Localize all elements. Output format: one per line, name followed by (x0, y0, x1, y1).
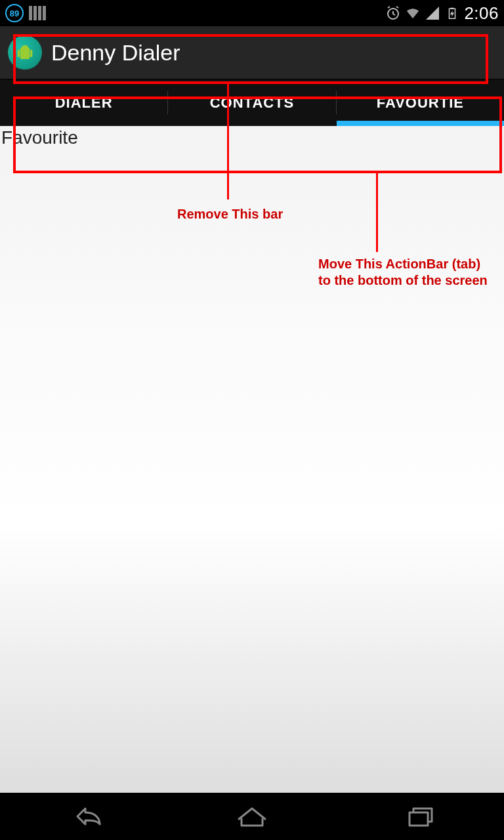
tab-favourite[interactable]: FAVOURTIE (337, 79, 504, 126)
svg-rect-2 (451, 8, 454, 9)
signal-icon (425, 5, 440, 21)
stacked-bars-icon (29, 6, 46, 20)
app-title: Denny Dialer (51, 40, 180, 66)
app-icon (8, 35, 42, 70)
status-left: 89 (5, 4, 46, 22)
svg-rect-5 (18, 50, 20, 57)
content-area: Favourite (0, 126, 504, 793)
battery-percent-icon: 89 (5, 4, 24, 22)
action-bar: Denny Dialer (0, 26, 504, 79)
wifi-icon (405, 5, 421, 21)
tab-bar: DIALER CONTACTS FAVOURTIE (0, 79, 504, 126)
tab-label: CONTACTS (210, 94, 295, 112)
svg-point-4 (21, 45, 28, 52)
tab-label: DIALER (55, 94, 113, 112)
tab-label: FAVOURTIE (377, 94, 464, 112)
battery-charging-icon (444, 5, 460, 21)
status-right: 2:06 (385, 3, 499, 24)
svg-rect-6 (30, 50, 33, 57)
back-button[interactable] (64, 803, 104, 830)
clock-time: 2:06 (464, 3, 499, 24)
status-bar: 89 2:06 (0, 0, 504, 26)
system-nav-bar (0, 793, 504, 840)
page-title: Favourite (0, 126, 504, 150)
tab-dialer[interactable]: DIALER (0, 79, 167, 126)
home-button[interactable] (232, 803, 272, 830)
recents-button[interactable] (400, 803, 440, 830)
battery-percent: 89 (10, 9, 19, 18)
svg-rect-7 (410, 812, 428, 826)
alarm-icon (385, 5, 401, 21)
tab-contacts[interactable]: CONTACTS (168, 79, 335, 126)
